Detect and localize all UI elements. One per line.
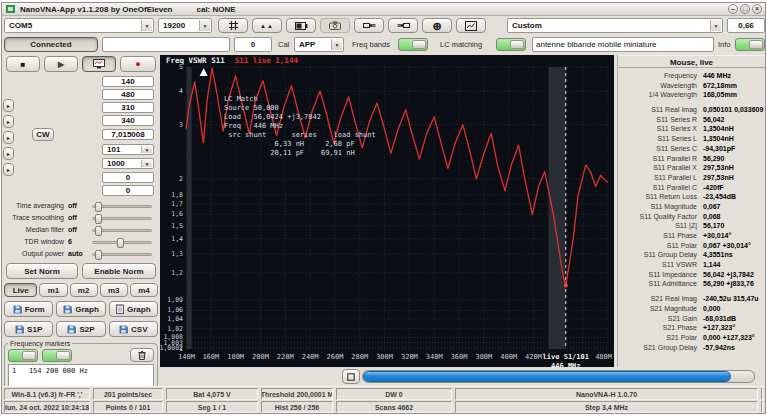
stop-input[interactable]: 480 — [102, 89, 154, 100]
readout-value: -68,031dB — [703, 315, 736, 322]
upload-firmware-button[interactable]: ▲▲ — [252, 18, 282, 33]
globe-icon: ⊕ — [432, 21, 441, 31]
graph-title: Freq VSWR S11 — [166, 56, 225, 65]
edelay-input[interactable]: 0 — [102, 172, 154, 183]
svg-text:3: 3 — [179, 121, 183, 129]
web-server-button[interactable]: ⊕ — [422, 18, 452, 33]
readout-label: S11 Group Delay — [644, 251, 697, 258]
readout-panel: Mouse, live Frequency 446 MHz Wavelength… — [617, 55, 765, 367]
span-input[interactable]: 340 — [102, 115, 154, 126]
calibration-grid-button[interactable] — [218, 18, 248, 33]
save-s2p-button[interactable]: S2P — [56, 321, 105, 337]
readout-value: 0,050101 0,033609 — [703, 106, 763, 113]
screenshot-button[interactable] — [320, 18, 350, 33]
vswr-graph[interactable]: Freq VSWR S11S11 live 1,144 54321,81,71,… — [160, 55, 614, 367]
lc-matching-label: LC matching — [440, 40, 482, 49]
m2-button[interactable]: m2 — [70, 283, 98, 297]
sweep-scrollbar-thumb[interactable] — [363, 371, 731, 382]
readout-value: 4,3551ns — [703, 251, 733, 258]
sweep-scrollbar[interactable] — [362, 370, 755, 383]
device-info-field[interactable] — [102, 37, 230, 52]
minimize-button[interactable]: – — [728, 4, 738, 14]
chart-window-icon — [465, 21, 477, 31]
screen-capture-button[interactable] — [82, 56, 116, 72]
slider-track[interactable] — [92, 241, 152, 244]
readout-label: S11 Return Loss — [645, 193, 697, 200]
freq-bands-toggle[interactable] — [398, 38, 428, 51]
save-s1p-button[interactable]: S1P — [4, 321, 53, 337]
s21-offset-input[interactable]: 0 — [102, 185, 154, 196]
expander-arrow-button[interactable]: ► — [3, 163, 14, 176]
chevron-down-icon: ▼ — [141, 146, 152, 153]
marker-select-row: Live m1 m2 m3 m4 — [4, 283, 158, 297]
marker-list-item[interactable]: 1 154 200 000 Hz — [12, 367, 150, 375]
graph-window-button[interactable] — [456, 18, 486, 33]
readout-row: Wavelength 672,18mm — [618, 82, 765, 92]
lc-matching-toggle[interactable] — [496, 38, 526, 51]
rbw-select[interactable]: 1000▼ — [102, 158, 154, 169]
preset-select[interactable]: Custom▼ — [507, 18, 723, 33]
com-port-select[interactable]: COM5▼ — [4, 18, 154, 33]
slider-track[interactable] — [92, 205, 152, 208]
cal-mode-select[interactable]: APP▼ — [294, 37, 344, 52]
marker-toggle-1[interactable] — [8, 349, 38, 362]
stop-button[interactable]: ■ — [6, 56, 40, 72]
readout-label: S11 Phase — [663, 232, 697, 239]
expander-arrow-button[interactable]: ► — [3, 147, 14, 160]
connected-button[interactable]: Connected — [4, 37, 98, 52]
cal-power-field[interactable]: 0 — [234, 37, 272, 52]
save-graph-button[interactable]: Graph — [56, 301, 105, 317]
svg-text:2: 2 — [179, 175, 183, 183]
slider-handle[interactable] — [117, 238, 124, 248]
readout-row: S11 Phase +30,014° — [618, 232, 765, 242]
preset-number-field[interactable]: 0,66 — [727, 18, 765, 33]
slider-track[interactable] — [92, 217, 152, 220]
m3-button[interactable]: m3 — [100, 283, 128, 297]
readout-value: 297,53nH — [703, 174, 734, 181]
copy-graph-button[interactable]: Graph — [109, 301, 158, 317]
slider-track[interactable] — [92, 253, 152, 256]
stop-icon: ■ — [21, 60, 26, 69]
cw-button[interactable]: CW — [32, 128, 54, 141]
slider-value: off — [68, 214, 77, 221]
slider-label: Time averaging — [16, 202, 64, 209]
slider-handle[interactable] — [95, 202, 102, 212]
battery-status-button[interactable] — [286, 18, 316, 33]
delete-markers-button[interactable] — [130, 348, 154, 362]
grid-icon — [228, 20, 239, 31]
save-form-button[interactable]: Form — [4, 301, 53, 317]
usb-connect-button[interactable] — [354, 18, 384, 33]
baud-rate-select[interactable]: 19200▼ — [158, 18, 212, 33]
status-cell — [761, 401, 763, 413]
slider-track[interactable] — [92, 229, 152, 232]
close-button[interactable]: × — [752, 4, 762, 14]
copy-graph-image-button[interactable] — [342, 369, 360, 384]
slider-label: TDR window — [24, 238, 64, 245]
maximize-button[interactable]: □ — [740, 4, 750, 14]
description-input[interactable]: antenne bibande mobile miniature — [532, 37, 714, 52]
marker-toggle-2[interactable] — [42, 349, 72, 362]
record-button[interactable]: ● — [120, 56, 156, 72]
center-input[interactable]: 310 — [102, 102, 154, 113]
enable-norm-button[interactable]: Enable Norm — [82, 263, 156, 279]
expander-arrow-button[interactable]: ► — [3, 115, 14, 128]
start-input[interactable]: 140 — [102, 76, 154, 87]
cw-input[interactable]: 7,015008 — [102, 129, 154, 140]
expander-arrow-button[interactable]: ► — [3, 99, 14, 112]
live-button[interactable]: Live — [4, 283, 37, 297]
expander-arrow-button[interactable]: ► — [3, 131, 14, 144]
info-toggle[interactable] — [735, 38, 765, 51]
m1-button[interactable]: m1 — [39, 283, 67, 297]
usb-disconnect-button[interactable] — [388, 18, 418, 33]
slider-handle[interactable] — [95, 214, 102, 224]
m4-button[interactable]: m4 — [130, 283, 158, 297]
slider-handle[interactable] — [95, 226, 102, 236]
readout-label: 1/4 Wavelength — [649, 91, 697, 98]
set-norm-button[interactable]: Set Norm — [6, 263, 78, 279]
points-select[interactable]: 101▼ — [102, 144, 154, 155]
slider-handle[interactable] — [95, 250, 102, 260]
readout-row: S11 Parallel C -420fF — [618, 184, 765, 194]
save-csv-button[interactable]: CSV — [109, 321, 158, 337]
readout-row: S11 Parallel L 297,53nH — [618, 174, 765, 184]
play-button[interactable]: ▶ — [44, 56, 78, 72]
